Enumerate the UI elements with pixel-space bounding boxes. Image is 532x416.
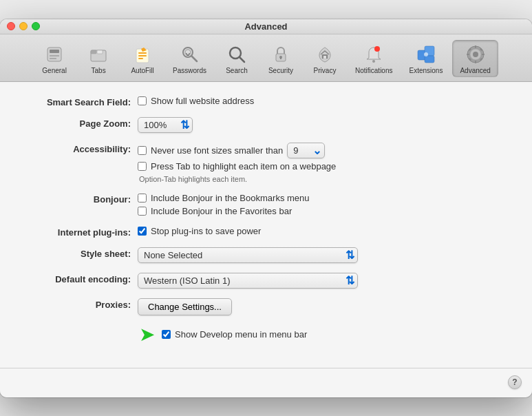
internet-plugins-checkbox-row: Stop plug-ins to save power: [138, 226, 261, 236]
tab-autofill[interactable]: AutoFill: [122, 41, 163, 76]
help-button[interactable]: ?: [508, 375, 522, 389]
page-zoom-select[interactable]: 75% 100% 125% 150%: [138, 117, 193, 133]
smart-search-label: Smart Search Field:: [28, 96, 138, 107]
search-icon: [226, 43, 248, 65]
accessibility-hint: Option-Tab highlights each item.: [139, 175, 336, 183]
svg-rect-1: [50, 50, 59, 53]
accessibility-control: Never use font sizes smaller than 9 10 1…: [138, 143, 336, 183]
develop-menu-control: ➤ Show Develop menu in menu bar: [138, 325, 307, 344]
bonjour-row: Bonjour: Include Bonjour in the Bookmark…: [28, 193, 504, 216]
window-title: Advanced: [244, 21, 287, 32]
security-icon: [270, 43, 292, 65]
svg-point-15: [186, 53, 187, 54]
develop-menu-row: ➤ Show Develop menu in menu bar: [28, 325, 504, 344]
fontsize-select[interactable]: 9 10 12 14: [287, 143, 325, 158]
extensions-icon: [415, 43, 437, 65]
privacy-icon: [314, 43, 336, 65]
tab-general-label: General: [42, 67, 67, 74]
svg-line-19: [240, 57, 244, 62]
main-window: Advanced General: [0, 19, 532, 397]
proxies-row: Proxies: Change Settings...: [28, 298, 504, 315]
bonjour-label: Bonjour:: [28, 193, 138, 205]
encoding-select[interactable]: Western (ISO Latin 1) UTF-8 Unicode (UTF…: [138, 273, 358, 289]
encoding-label: Default encoding:: [28, 273, 138, 284]
bonjour-bookmarks-label: Include Bonjour in the Bookmarks menu: [151, 193, 310, 203]
bonjour-bookmarks-checkbox[interactable]: [138, 194, 147, 202]
tab-passwords[interactable]: Passwords: [166, 41, 213, 76]
tab-notifications-label: Notifications: [355, 67, 392, 74]
svg-point-32: [473, 52, 478, 57]
develop-menu-checkbox-row: ➤ Show Develop menu in menu bar: [138, 325, 307, 344]
svg-line-13: [191, 56, 197, 61]
stylesheet-control: None Selected ⇅: [138, 247, 358, 263]
green-arrow-container: ➤: [139, 325, 158, 344]
tab-advanced-label: Advanced: [460, 67, 490, 74]
svg-point-16: [189, 53, 190, 54]
bonjour-favorites-checkbox[interactable]: [138, 207, 147, 216]
svg-point-14: [185, 50, 191, 55]
titlebar: Advanced: [0, 19, 532, 34]
encoding-row: Default encoding: Western (ISO Latin 1) …: [28, 273, 504, 289]
close-button[interactable]: [7, 22, 15, 30]
smart-search-checkbox-row: Show full website address: [138, 96, 254, 106]
accessibility-tab-checkbox[interactable]: [138, 162, 147, 171]
accessibility-row: Accessibility: Never use font sizes smal…: [28, 143, 504, 183]
encoding-select-wrapper: Western (ISO Latin 1) UTF-8 Unicode (UTF…: [138, 273, 358, 289]
internet-plugins-checkbox[interactable]: [138, 227, 147, 236]
accessibility-tab-row: Press Tab to highlight each item on a we…: [138, 161, 336, 171]
svg-point-25: [374, 46, 380, 52]
tab-tabs-label: Tabs: [92, 67, 106, 74]
proxies-control: Change Settings...: [138, 298, 232, 315]
svg-rect-2: [50, 55, 59, 56]
maximize-button[interactable]: [32, 22, 40, 30]
develop-menu-checkbox-label: Show Develop menu in menu bar: [175, 329, 307, 340]
svg-rect-36: [482, 54, 485, 55]
develop-menu-spacer: [28, 334, 138, 335]
bottom-bar: ?: [0, 368, 532, 397]
svg-rect-23: [323, 56, 326, 59]
internet-plugins-control: Stop plug-ins to save power: [138, 226, 261, 236]
tab-security[interactable]: Security: [260, 41, 301, 76]
proxies-change-button[interactable]: Change Settings...: [138, 298, 232, 315]
smart-search-checkbox[interactable]: [138, 96, 147, 105]
stylesheet-label: Style sheet:: [28, 247, 138, 259]
accessibility-option1-row: Never use font sizes smaller than 9 10 1…: [138, 143, 336, 158]
fontsize-select-wrapper: 9 10 12 14 ⌄: [287, 143, 325, 158]
tab-notifications[interactable]: Notifications: [348, 41, 399, 76]
page-zoom-label: Page Zoom:: [28, 117, 138, 129]
stylesheet-select[interactable]: None Selected: [138, 247, 358, 263]
accessibility-fontsize-checkbox[interactable]: [138, 146, 147, 155]
tab-privacy[interactable]: Privacy: [304, 41, 345, 76]
tab-autofill-label: AutoFill: [131, 67, 153, 74]
toolbar: General Tabs: [0, 34, 532, 82]
stylesheet-select-wrapper: None Selected ⇅: [138, 247, 358, 263]
settings-content: Smart Search Field: Show full website ad…: [0, 82, 532, 368]
tab-extensions[interactable]: Extensions: [402, 41, 449, 76]
internet-plugins-label: Internet plug-ins:: [28, 226, 138, 238]
minimize-button[interactable]: [19, 22, 28, 30]
stylesheet-row: Style sheet: None Selected ⇅: [28, 247, 504, 263]
tab-privacy-label: Privacy: [314, 67, 337, 74]
svg-rect-3: [50, 58, 56, 59]
svg-rect-33: [475, 45, 476, 48]
page-zoom-select-wrapper: 75% 100% 125% 150% ⇅: [138, 117, 193, 133]
encoding-control: Western (ISO Latin 1) UTF-8 Unicode (UTF…: [138, 273, 358, 289]
passwords-icon: [179, 43, 201, 65]
smart-search-checkbox-label: Show full website address: [151, 96, 254, 106]
svg-rect-6: [97, 50, 103, 54]
svg-point-29: [424, 52, 428, 56]
tab-general[interactable]: General: [34, 41, 75, 76]
traffic-lights: [7, 22, 40, 30]
page-zoom-row: Page Zoom: 75% 100% 125% 150% ⇅: [28, 117, 504, 133]
accessibility-label: Accessibility:: [28, 143, 138, 154]
tab-advanced[interactable]: Advanced: [452, 40, 498, 77]
tab-search[interactable]: Search: [216, 41, 257, 76]
advanced-icon: [465, 43, 487, 65]
general-icon: [43, 43, 65, 65]
accessibility-tab-label: Press Tab to highlight each item on a we…: [151, 161, 336, 171]
tab-extensions-label: Extensions: [409, 67, 443, 74]
internet-plugins-checkbox-label: Stop plug-ins to save power: [151, 226, 261, 236]
tabs-icon: [87, 43, 109, 65]
tab-tabs[interactable]: Tabs: [78, 41, 119, 76]
develop-menu-checkbox[interactable]: [162, 330, 171, 339]
